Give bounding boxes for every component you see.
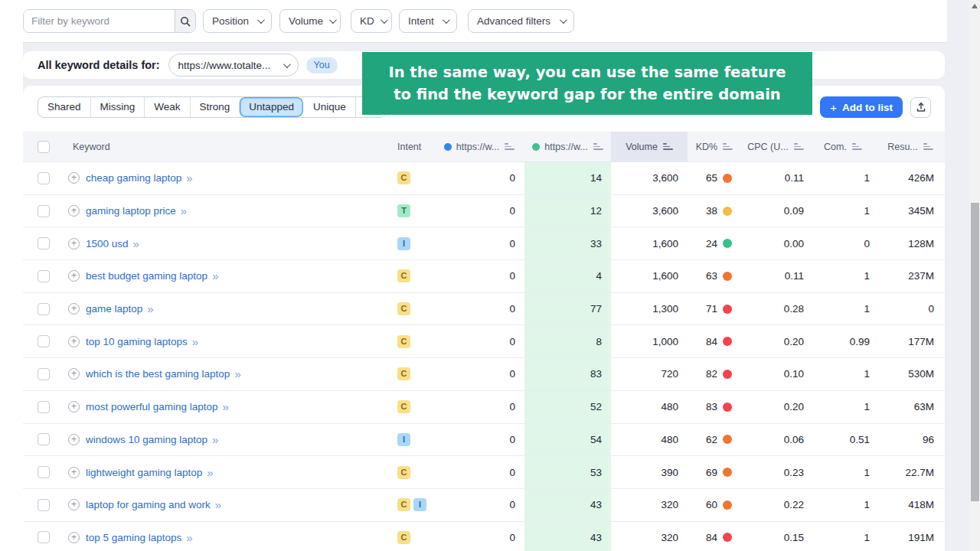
row-checkbox[interactable] [38,303,50,315]
tab-missing[interactable]: Missing [90,97,145,117]
open-keyword-icon[interactable]: » [133,237,139,250]
open-keyword-icon[interactable]: » [186,531,192,544]
results-cell: 418M [876,489,945,521]
intent-cell: C [387,522,434,551]
kd-value: 38 [706,205,717,217]
expand-plus-icon[interactable]: + [68,172,80,184]
select-all-checkbox[interactable] [38,141,50,153]
expand-plus-icon[interactable]: + [68,205,80,217]
tab-unique[interactable]: Unique [303,97,355,117]
kd-cell: 71 [688,293,741,325]
intent-badge-c: C [397,269,410,282]
expand-plus-icon[interactable]: + [68,368,80,380]
row-checkbox[interactable] [38,401,50,413]
row-checkbox[interactable] [38,368,50,380]
keyword-link[interactable]: laptop for gaming and work [86,499,211,510]
tutorial-banner: In the same way, you can use the same fe… [362,52,812,115]
volume-filter-dropdown[interactable]: Volume [279,9,341,33]
keyword-filter-input[interactable] [24,10,175,32]
keyword-link[interactable]: gaming laptop price [86,205,176,217]
tab-shared[interactable]: Shared [38,97,90,117]
keyword-link[interactable]: cheap gaming laptop [86,172,181,184]
add-to-list-button[interactable]: + Add to list [820,96,903,118]
keyword-link[interactable]: game laptop [86,303,142,315]
keyword-cell: +lightweight gaming laptop» [64,456,387,488]
row-checkbox[interactable] [38,237,50,249]
tab-weak[interactable]: Weak [144,97,189,117]
open-keyword-icon[interactable]: » [192,335,198,348]
header-competition-sort[interactable]: Com. [810,132,876,161]
row-checkbox[interactable] [38,270,50,282]
open-keyword-icon[interactable]: » [147,302,153,315]
keyword-link[interactable]: which is the best gaming laptop [86,368,230,380]
cpc-cell: 0.11 [741,162,810,194]
expand-plus-icon[interactable]: + [68,532,80,543]
expand-plus-icon[interactable]: + [68,467,80,478]
keyword-link[interactable]: lightweight gaming laptop [86,467,202,478]
kd-cell: 38 [688,195,741,227]
keyword-link[interactable]: most powerful gaming laptop [86,401,218,412]
intent-badge-c: C [397,466,410,479]
header-kd-sort[interactable]: KD% [688,132,741,161]
intent-badge-i: I [413,498,426,511]
expand-plus-icon[interactable]: + [68,434,80,445]
header-domain1-sort[interactable]: https://w... [434,132,524,161]
row-checkbox[interactable] [38,172,50,184]
open-keyword-icon[interactable]: » [234,367,240,380]
tab-untapped[interactable]: Untapped [239,97,303,117]
scrollbar-up-arrow-icon[interactable] [972,4,978,8]
vertical-scrollbar[interactable] [969,0,980,551]
search-icon [180,16,191,27]
keyword-link[interactable]: best budget gaming laptop [86,270,207,282]
open-keyword-icon[interactable]: » [186,171,192,184]
keyword-link[interactable]: top 10 gaming laptops [86,336,188,347]
row-checkbox[interactable] [38,205,50,217]
open-keyword-icon[interactable]: » [223,400,229,413]
open-keyword-icon[interactable]: » [212,433,218,446]
scrollbar-thumb[interactable] [971,203,979,501]
kd-cell: 65 [688,162,741,194]
domain2-position-cell: 14 [524,162,611,194]
table-row: +lightweight gaming laptop»C053390690.23… [23,456,945,489]
expand-plus-icon[interactable]: + [68,336,80,347]
header-domain2-sort[interactable]: https://w... [524,132,611,161]
volume-cell: 320 [611,522,688,551]
open-keyword-icon[interactable]: » [215,498,221,511]
row-checkbox[interactable] [38,531,50,543]
header-results-sort[interactable]: Resu... [876,132,945,161]
position-filter-dropdown[interactable]: Position [203,9,272,33]
row-checkbox[interactable] [38,466,50,478]
cpc-cell: 0.06 [741,424,810,456]
tab-strong[interactable]: Strong [190,97,240,117]
header-volume-sort[interactable]: Volume [611,132,688,161]
advanced-filters-dropdown[interactable]: Advanced filters [468,9,574,33]
domain-select[interactable]: https://www.totalte... [168,54,299,77]
row-checkbox-cell [23,489,64,521]
expand-plus-icon[interactable]: + [68,270,80,282]
row-checkbox[interactable] [38,433,50,445]
volume-cell: 390 [611,456,688,488]
open-keyword-icon[interactable]: » [181,204,187,217]
row-checkbox[interactable] [38,499,50,511]
chevron-down-icon [381,16,388,24]
export-button[interactable] [910,97,931,118]
intent-filter-dropdown[interactable]: Intent [399,9,457,33]
keyword-link[interactable]: windows 10 gaming laptop [86,434,207,445]
expand-plus-icon[interactable]: + [68,303,80,315]
expand-plus-icon[interactable]: + [68,238,80,249]
open-keyword-icon[interactable]: » [212,269,218,282]
open-keyword-icon[interactable]: » [207,466,213,479]
keyword-cell: +gaming laptop price» [64,195,387,227]
kd-filter-dropdown[interactable]: KD [351,9,392,33]
keyword-link[interactable]: top 5 gaming laptops [86,532,181,543]
intent-cell: C [387,293,434,325]
search-button[interactable] [175,10,195,32]
kd-level-dot-icon [723,468,732,477]
expand-plus-icon[interactable]: + [68,499,80,510]
competition-cell: 1 [810,489,876,521]
row-checkbox[interactable] [38,335,50,347]
domain2-position-cell: 83 [524,358,611,390]
expand-plus-icon[interactable]: + [68,401,80,412]
header-cpc-sort[interactable]: CPC (U... [741,132,810,161]
keyword-link[interactable]: 1500 usd [86,238,129,249]
